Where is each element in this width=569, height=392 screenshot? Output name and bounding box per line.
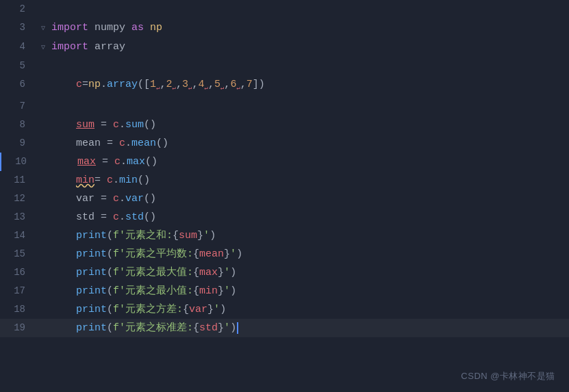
line-14: 14 print(f'元素之和:{sum}') xyxy=(0,226,569,245)
line-content-7 xyxy=(49,98,569,116)
line-10: 10 max = c.max() xyxy=(0,153,569,171)
line-num-8: 8 xyxy=(0,116,38,133)
line-num-19: 19 xyxy=(0,319,38,337)
line-num-14: 14 xyxy=(0,226,38,244)
line-content-10: max = c.max() xyxy=(50,153,569,171)
line-12: 12 var = c.var() xyxy=(0,190,569,208)
line-content-17: print(f'元素之最小值:{min}') xyxy=(49,283,569,300)
line-num-9: 9 xyxy=(0,134,38,152)
line-content-19: print(f'元素之标准差:{std}') xyxy=(49,319,569,337)
line-5: 5 xyxy=(0,57,569,75)
line-19: 19 print(f'元素之标准差:{std}') xyxy=(0,319,569,337)
line-content-3: import numpy as np xyxy=(49,19,569,37)
line-16: 16 print(f'元素之最大值:{max}') xyxy=(0,263,569,282)
line-num-7: 7 xyxy=(0,97,38,115)
line-7: 7 xyxy=(0,97,569,116)
line-content-8: sum = c.sum() xyxy=(49,116,569,134)
line-17: 17 print(f'元素之最小值:{min}') xyxy=(0,282,569,300)
line-content-4: import array xyxy=(49,38,569,56)
line-num-11: 11 xyxy=(0,171,38,189)
line-6: 6 c=np.array([1↵,2↵,3↵,4↵,5↵,6↵,7]) xyxy=(0,75,569,97)
line-content-5 xyxy=(49,57,569,75)
line-num-2: 2 xyxy=(0,0,38,18)
line-15: 15 print(f'元素之平均数:{mean}') xyxy=(0,245,569,263)
line-2: 2 xyxy=(0,0,569,18)
line-8: 8 sum = c.sum() xyxy=(0,116,569,134)
line-num-12: 12 xyxy=(0,190,38,207)
line-9: 9 mean = c.mean() xyxy=(0,134,569,153)
line-num-13: 13 xyxy=(0,208,38,226)
line-content-14: print(f'元素之和:{sum}') xyxy=(49,227,569,245)
line-content-11: min= c.min() xyxy=(49,172,569,190)
line-4: 4 ▽ import array xyxy=(0,38,569,57)
line-content-16: print(f'元素之最大值:{max}') xyxy=(49,264,569,282)
line-content-2 xyxy=(49,1,569,18)
line-content-15: print(f'元素之平均数:{mean}') xyxy=(49,246,569,263)
line-num-10: 10 xyxy=(1,153,39,170)
line-18: 18 print(f'元素之方差:{var}') xyxy=(0,300,569,319)
line-num-15: 15 xyxy=(0,245,38,263)
line-content-12: var = c.var() xyxy=(49,190,569,208)
code-editor: 2 3 ▽ import numpy as np 4 ▽ import arra… xyxy=(0,0,569,392)
gutter-4: ▽ xyxy=(38,39,49,57)
line-content-9: mean = c.mean() xyxy=(49,135,569,153)
line-num-17: 17 xyxy=(0,282,38,300)
line-3: 3 ▽ import numpy as np xyxy=(0,18,569,38)
line-num-16: 16 xyxy=(0,263,38,281)
line-num-4: 4 xyxy=(0,38,38,55)
code-area: 2 3 ▽ import numpy as np 4 ▽ import arra… xyxy=(0,0,569,392)
gutter-3: ▽ xyxy=(38,20,49,38)
line-num-18: 18 xyxy=(0,300,38,318)
line-num-6: 6 xyxy=(0,75,38,93)
line-13: 13 std = c.std() xyxy=(0,208,569,226)
line-content-13: std = c.std() xyxy=(49,209,569,226)
line-content-18: print(f'元素之方差:{var}') xyxy=(49,301,569,319)
line-content-6: c=np.array([1↵,2↵,3↵,4↵,5↵,6↵,7]) xyxy=(49,76,569,97)
line-11: 11 min= c.min() xyxy=(0,171,569,190)
line-num-3: 3 xyxy=(0,18,38,36)
line-num-5: 5 xyxy=(0,57,38,75)
watermark: CSDN @卡林神不是猫 xyxy=(461,370,555,382)
